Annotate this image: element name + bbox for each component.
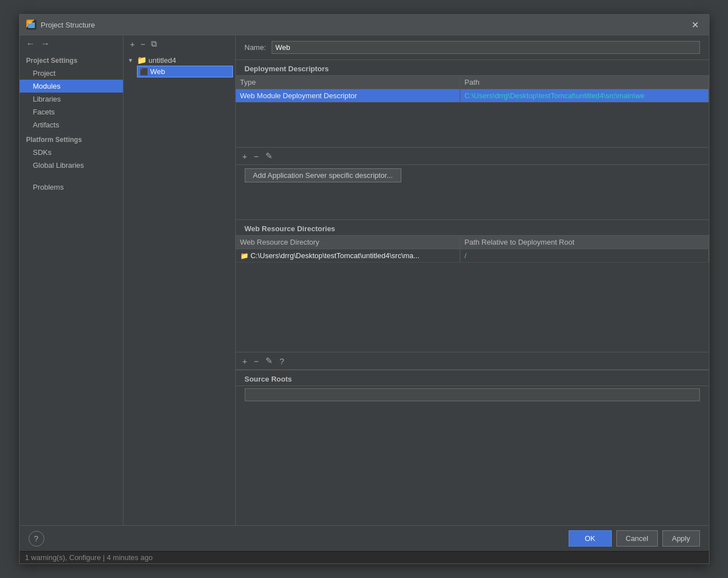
sidebar-item-artifacts[interactable]: Artifacts xyxy=(20,118,123,131)
help-web-resource-button[interactable]: ? xyxy=(277,355,286,367)
main-layout: ← → Project Settings Project Modules Lib… xyxy=(20,35,709,525)
copy-module-button[interactable]: ⧉ xyxy=(149,38,159,50)
web-resource-table-body: 📁 C:\Users\drrg\Desktop\testTomcat\untit… xyxy=(236,249,709,263)
remove-module-button[interactable]: − xyxy=(138,38,148,50)
cancel-button[interactable]: Cancel xyxy=(616,530,658,547)
title-bar: Project Structure ✕ xyxy=(20,15,709,35)
web-resource-table-header: Web Resource Directory Path Relative to … xyxy=(236,236,709,249)
tree-root-label: untitled4 xyxy=(149,56,176,65)
status-text: 1 warning(s), Configure | 4 minutes ago xyxy=(25,553,153,562)
web-resource-section: Web Resource Directories Web Resource Di… xyxy=(236,219,709,370)
deployment-descriptors-table-header: Type Path xyxy=(236,76,709,89)
type-cell: Web Module Deployment Descriptor xyxy=(236,89,460,102)
project-structure-dialog: Project Structure ✕ ← → Project Settings… xyxy=(19,14,709,564)
module-panel: + − ⧉ ▼ 📁 untitled4 ⬛ Web xyxy=(123,35,236,525)
close-button[interactable]: ✕ xyxy=(689,18,702,31)
tree-root[interactable]: ▼ 📁 untitled4 xyxy=(126,54,233,66)
bottom-bar: ? OK Cancel Apply xyxy=(20,525,709,551)
descriptor-toolbar: + − ✎ xyxy=(236,148,709,165)
source-roots-section: Source Roots xyxy=(236,370,709,420)
module-icon: ⬛ xyxy=(140,68,148,76)
name-input[interactable] xyxy=(272,41,700,54)
remove-web-resource-button[interactable]: − xyxy=(251,355,261,367)
path-column-header: Path xyxy=(460,76,709,89)
dialog-title: Project Structure xyxy=(41,21,95,29)
forward-button[interactable]: → xyxy=(39,38,52,50)
content-area: + − ⧉ ▼ 📁 untitled4 ⬛ Web xyxy=(123,35,709,525)
remove-descriptor-button[interactable]: − xyxy=(251,150,261,162)
sidebar-item-modules[interactable]: Modules xyxy=(20,80,123,93)
scroll-content: Deployment Descriptors Type Path Web Mod… xyxy=(236,60,709,525)
web-resource-dir-icon: 📁 xyxy=(240,252,249,260)
sidebar-item-project[interactable]: Project xyxy=(20,67,123,80)
web-resource-header: Web Resource Directories xyxy=(236,220,709,236)
project-settings-section: Project Settings xyxy=(20,52,123,67)
deployment-descriptors-section: Deployment Descriptors Type Path Web Mod… xyxy=(236,60,709,186)
svg-rect-1 xyxy=(28,21,31,24)
edit-web-resource-button[interactable]: ✎ xyxy=(263,355,275,367)
platform-settings-section: Platform Settings xyxy=(20,131,123,146)
add-app-server-descriptor-button[interactable]: Add Application Server specific descript… xyxy=(245,168,401,182)
tree-child-web: ⬛ Web xyxy=(126,66,233,77)
folder-icon: 📁 xyxy=(137,56,146,65)
path-cell: C:\Users\drrg\Desktop\testTomcat\untitle… xyxy=(460,89,709,102)
source-roots-input[interactable] xyxy=(245,388,700,401)
title-bar-left: Project Structure xyxy=(26,20,95,30)
module-tree: ▼ 📁 untitled4 ⬛ Web xyxy=(123,52,235,525)
sidebar-item-libraries[interactable]: Libraries xyxy=(20,93,123,105)
ok-button[interactable]: OK xyxy=(569,530,612,547)
add-web-resource-button[interactable]: + xyxy=(240,355,250,367)
nav-toolbar: ← → xyxy=(20,35,123,52)
add-descriptor-button[interactable]: + xyxy=(240,150,250,162)
source-roots-header: Source Roots xyxy=(236,370,709,386)
web-resource-dir-cell: 📁 C:\Users\drrg\Desktop\testTomcat\untit… xyxy=(236,249,460,262)
deployment-descriptors-header: Deployment Descriptors xyxy=(236,60,709,76)
sidebar-item-sdks[interactable]: SDKs xyxy=(20,146,123,159)
back-button[interactable]: ← xyxy=(24,38,38,50)
project-icon xyxy=(26,20,36,30)
sidebar-item-facets[interactable]: Facets xyxy=(20,105,123,118)
detail-panel: Name: Deployment Descriptors Type Path xyxy=(236,35,709,525)
web-resource-dir-text: C:\Users\drrg\Desktop\testTomcat\untitle… xyxy=(250,251,419,260)
tree-web-label: Web xyxy=(150,67,166,76)
tree-arrow-icon: ▼ xyxy=(128,57,135,63)
add-module-button[interactable]: + xyxy=(128,38,138,50)
apply-button[interactable]: Apply xyxy=(662,530,700,547)
module-toolbar: + − ⧉ xyxy=(123,35,235,52)
deployment-descriptors-table-body: Web Module Deployment Descriptor C:\User… xyxy=(236,89,709,103)
help-button[interactable]: ? xyxy=(29,531,44,547)
table-row[interactable]: Web Module Deployment Descriptor C:\User… xyxy=(236,89,709,103)
web-resource-row[interactable]: 📁 C:\Users\drrg\Desktop\testTomcat\untit… xyxy=(236,249,709,263)
tree-web-item[interactable]: ⬛ Web xyxy=(137,66,233,77)
status-bar: 1 warning(s), Configure | 4 minutes ago xyxy=(20,551,709,563)
web-resource-dir-column-header: Web Resource Directory xyxy=(236,236,460,249)
web-resource-rel-column-header: Path Relative to Deployment Root xyxy=(460,236,709,249)
sidebar-item-problems[interactable]: Problems xyxy=(20,181,123,194)
name-label: Name: xyxy=(245,43,267,52)
type-column-header: Type xyxy=(236,76,460,89)
sidebar-nav: ← → Project Settings Project Modules Lib… xyxy=(20,35,123,525)
web-resource-rel-path-cell: / xyxy=(460,249,709,262)
sidebar-item-global-libraries[interactable]: Global Libraries xyxy=(20,159,123,172)
name-row: Name: xyxy=(236,35,709,60)
edit-descriptor-button[interactable]: ✎ xyxy=(263,150,275,162)
web-resource-toolbar: + − ✎ ? xyxy=(236,352,709,370)
